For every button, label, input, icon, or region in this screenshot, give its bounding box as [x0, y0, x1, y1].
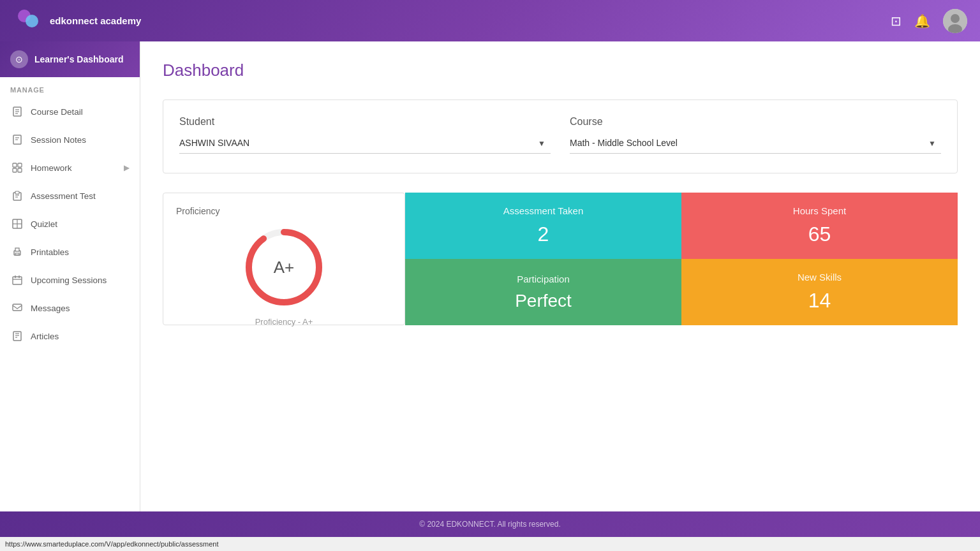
sidebar-item-label: Messages	[31, 304, 70, 313]
proficiency-label: Proficiency	[176, 206, 219, 216]
proficiency-sublabel: Proficiency - A+	[255, 317, 313, 327]
svg-rect-13	[18, 163, 22, 167]
status-bar-url: https://www.smarteduplace.com/V/app/edko…	[5, 540, 218, 548]
footer-text: © 2024 EDKONNECT. All rights reserved.	[419, 520, 561, 529]
grid-icon	[10, 161, 24, 175]
sidebar-item-label: Upcoming Sessions	[31, 276, 107, 285]
proficiency-grade: A+	[274, 258, 295, 277]
calendar-icon	[10, 273, 24, 287]
svg-rect-30	[13, 304, 22, 311]
course-select-wrapper: Math - Middle School Level ▼	[570, 133, 941, 154]
assessment-taken-title: Assessment Taken	[503, 205, 584, 216]
svg-rect-24	[15, 248, 19, 251]
status-bar: https://www.smarteduplace.com/V/app/edko…	[0, 537, 980, 551]
course-select[interactable]: Math - Middle School Level	[570, 133, 941, 154]
header-right: ⊡ 🔔	[891, 9, 967, 33]
student-select[interactable]: ASHWIN SIVAAN	[179, 133, 551, 154]
grid2-icon	[10, 217, 24, 231]
svg-rect-25	[15, 253, 19, 255]
svg-rect-31	[13, 332, 21, 341]
sidebar-item-label: Quizlet	[31, 219, 57, 229]
new-skills-card: New Skills 14	[681, 259, 958, 325]
print-icon	[10, 245, 24, 259]
logo-area: edkonnect academy	[13, 6, 141, 36]
participation-value: Perfect	[515, 291, 572, 311]
manage-label: MANAGE	[0, 77, 140, 98]
sidebar-learner-dashboard[interactable]: ⊙ Learner's Dashboard	[0, 41, 140, 77]
new-skills-title: New Skills	[798, 272, 842, 283]
proficiency-chart: A+ Proficiency - A+	[176, 223, 392, 327]
sidebar-item-assessment-test[interactable]: Assessment Test	[0, 182, 140, 210]
proficiency-ring: A+	[239, 223, 329, 312]
svg-rect-12	[13, 163, 17, 167]
msg-icon	[10, 301, 24, 315]
sidebar-item-messages[interactable]: Messages	[0, 294, 140, 322]
student-label: Student	[179, 116, 551, 128]
svg-rect-15	[18, 168, 22, 172]
logo-text: edkonnect academy	[50, 15, 141, 26]
logo-icon	[13, 6, 43, 36]
bell-icon[interactable]: 🔔	[914, 13, 930, 29]
file-icon	[10, 105, 24, 119]
sidebar-item-homework[interactable]: Homework ▶	[0, 154, 140, 182]
note-icon	[10, 133, 24, 147]
dashboard-icon: ⊙	[10, 50, 28, 68]
avatar[interactable]	[943, 9, 967, 33]
sidebar-item-label: Articles	[31, 332, 59, 341]
sidebar-item-articles[interactable]: Articles	[0, 322, 140, 350]
student-group: Student ASHWIN SIVAAN ▼	[179, 116, 551, 154]
svg-point-1	[26, 15, 38, 27]
sidebar-item-printables[interactable]: Printables	[0, 238, 140, 266]
clipboard-icon	[10, 189, 24, 203]
svg-point-3	[951, 14, 960, 23]
course-group: Course Math - Middle School Level ▼	[570, 116, 941, 154]
learner-dashboard-label: Learner's Dashboard	[34, 54, 124, 64]
svg-rect-26	[13, 277, 22, 284]
course-label: Course	[570, 116, 941, 128]
sidebar-item-label: Session Notes	[31, 135, 86, 145]
hours-spent-card: Hours Spent 65	[681, 193, 958, 259]
top-header: edkonnect academy ⊡ 🔔	[0, 0, 980, 41]
filter-section: Student ASHWIN SIVAAN ▼ Course Math - Mi…	[163, 99, 958, 173]
hours-spent-value: 65	[808, 223, 831, 246]
content-area: Dashboard Student ASHWIN SIVAAN ▼ Course…	[140, 41, 980, 511]
chevron-right-icon: ▶	[124, 163, 130, 172]
new-skills-value: 14	[808, 289, 831, 312]
sidebar-item-quizlet[interactable]: Quizlet	[0, 210, 140, 238]
proficiency-card: Proficiency A+ Proficiency - A+	[163, 193, 405, 325]
screen-icon[interactable]: ⊡	[891, 13, 902, 29]
sidebar: ⊙ Learner's Dashboard MANAGE Course Deta…	[0, 41, 140, 511]
svg-rect-17	[15, 191, 19, 194]
page-title: Dashboard	[163, 61, 958, 80]
participation-card: Participation Perfect	[405, 259, 681, 325]
sidebar-item-session-notes[interactable]: Session Notes	[0, 126, 140, 154]
sidebar-item-upcoming-sessions[interactable]: Upcoming Sessions	[0, 266, 140, 294]
footer: © 2024 EDKONNECT. All rights reserved.	[0, 511, 980, 537]
sidebar-item-label: Homework	[31, 163, 72, 173]
svg-rect-14	[13, 168, 17, 172]
student-select-wrapper: ASHWIN SIVAAN ▼	[179, 133, 551, 154]
participation-title: Participation	[517, 274, 570, 284]
assessment-taken-card: Assessment Taken 2	[405, 193, 681, 259]
sidebar-item-label: Printables	[31, 247, 69, 257]
stats-grid: Proficiency A+ Proficiency - A+	[163, 193, 958, 320]
assessment-taken-value: 2	[538, 223, 549, 246]
sidebar-item-course-detail[interactable]: Course Detail	[0, 98, 140, 126]
hours-spent-title: Hours Spent	[793, 205, 846, 216]
sidebar-item-label: Course Detail	[31, 107, 83, 117]
article-icon	[10, 329, 24, 343]
main-layout: ⊙ Learner's Dashboard MANAGE Course Deta…	[0, 41, 980, 511]
sidebar-item-label: Assessment Test	[31, 191, 96, 201]
